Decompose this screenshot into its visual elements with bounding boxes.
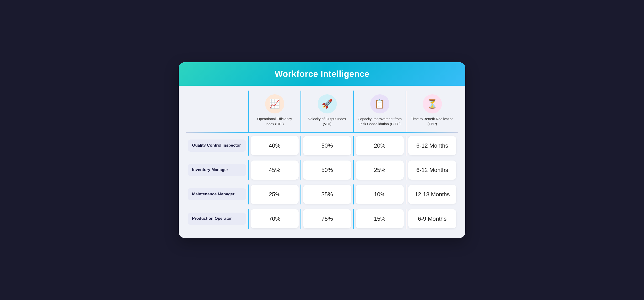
col-label-oei: Operational Efficiency Index (OEI)	[252, 116, 297, 126]
role-label-3: Production Operator	[188, 212, 246, 224]
data-cell-0-tbr: 6-12 Months	[406, 134, 458, 158]
data-cell-3-tbr: 6-9 Months	[406, 207, 458, 231]
row-label-cell-2: Maintenance Manager	[186, 182, 248, 206]
col-label-voi: Velocity of Output Index (VOI)	[305, 116, 349, 126]
row-label-cell-1: Inventory Manager	[186, 158, 248, 182]
col-header-oei: 📈Operational Efficiency Index (OEI)	[249, 90, 300, 132]
col-header-citc: 📋Capacity Improvement from Task Consolid…	[354, 90, 406, 132]
data-box-0-citc: 20%	[356, 136, 404, 155]
data-cell-2-voi: 35%	[301, 182, 353, 206]
data-cell-3-oei: 70%	[249, 207, 300, 231]
data-box-3-tbr: 6-9 Months	[408, 209, 456, 228]
data-cell-3-voi: 75%	[301, 207, 353, 231]
data-cell-2-citc: 10%	[354, 182, 406, 206]
row-label-cell-3: Production Operator	[186, 207, 248, 231]
data-box-2-tbr: 12-18 Months	[408, 185, 456, 204]
data-box-2-voi: 35%	[303, 185, 351, 204]
header: Workforce Intelligence	[179, 62, 465, 86]
table-container: 📈Operational Efficiency Index (OEI)🚀Velo…	[179, 86, 465, 238]
data-cell-1-voi: 50%	[301, 158, 353, 182]
icon-tbr: ⏳	[423, 94, 442, 114]
data-box-2-oei: 25%	[250, 185, 298, 204]
data-cell-0-voi: 50%	[301, 134, 353, 158]
icon-citc: 📋	[370, 94, 389, 114]
data-box-3-oei: 70%	[250, 209, 298, 228]
data-box-0-voi: 50%	[303, 136, 351, 155]
data-box-1-voi: 50%	[303, 160, 351, 180]
data-box-1-citc: 25%	[356, 160, 404, 180]
col-header-tbr: ⏳Time to Benefit Realization (TBR)	[406, 90, 458, 132]
data-box-3-citc: 15%	[356, 209, 404, 228]
data-box-0-oei: 40%	[250, 136, 298, 155]
data-cell-3-citc: 15%	[354, 207, 406, 231]
role-label-0: Quality Control Inspector	[188, 140, 246, 152]
data-table: 📈Operational Efficiency Index (OEI)🚀Velo…	[186, 90, 458, 231]
role-label-1: Inventory Manager	[188, 164, 246, 176]
col-header-voi: 🚀Velocity of Output Index (VOI)	[301, 90, 353, 132]
data-box-0-tbr: 6-12 Months	[408, 136, 456, 155]
data-cell-0-citc: 20%	[354, 134, 406, 158]
data-cell-1-tbr: 6-12 Months	[406, 158, 458, 182]
header-empty	[186, 90, 248, 132]
icon-oei: 📈	[265, 94, 284, 114]
icon-voi: 🚀	[318, 94, 337, 114]
data-cell-2-oei: 25%	[249, 182, 300, 206]
data-cell-1-oei: 45%	[249, 158, 300, 182]
data-box-2-citc: 10%	[356, 185, 404, 204]
data-cell-2-tbr: 12-18 Months	[406, 182, 458, 206]
col-label-citc: Capacity Improvement from Task Consolida…	[358, 116, 402, 126]
page-title: Workforce Intelligence	[188, 69, 456, 79]
data-box-1-oei: 45%	[250, 160, 298, 180]
data-box-1-tbr: 6-12 Months	[408, 160, 456, 180]
data-box-3-voi: 75%	[303, 209, 351, 228]
row-label-cell-0: Quality Control Inspector	[186, 134, 248, 158]
role-label-2: Maintenance Manager	[188, 188, 246, 200]
data-cell-0-oei: 40%	[249, 134, 300, 158]
horizontal-divider	[186, 132, 458, 133]
data-cell-1-citc: 25%	[354, 158, 406, 182]
main-card: Workforce Intelligence 📈Operational Effi…	[179, 62, 465, 238]
col-label-tbr: Time to Benefit Realization (TBR)	[410, 116, 454, 126]
